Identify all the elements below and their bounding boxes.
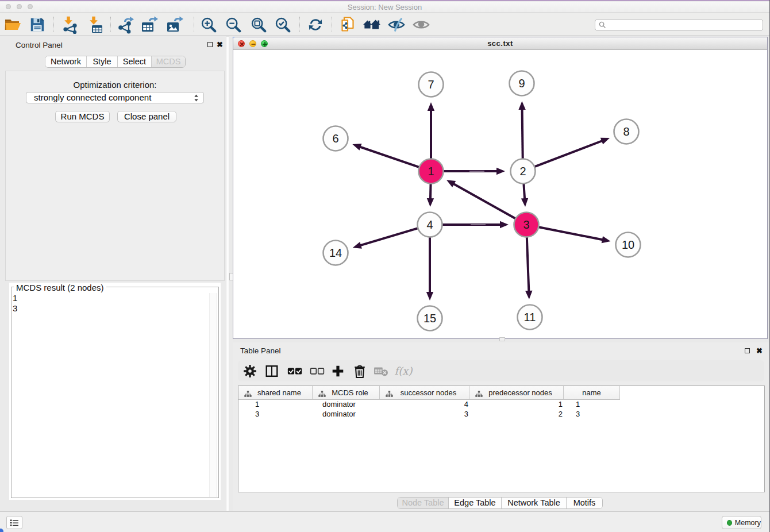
graph-edge-3-11[interactable] xyxy=(525,236,532,299)
graph-node-10[interactable]: 10 xyxy=(616,233,641,257)
table-tabs: Node TableEdge TableNetwork TableMotifs xyxy=(397,497,603,509)
table-cell[interactable]: 3 xyxy=(564,410,620,419)
mcds-result-values[interactable]: 1 3 xyxy=(13,293,17,313)
unselect-all-button[interactable] xyxy=(307,361,327,380)
table-cell[interactable]: 3 xyxy=(238,410,313,419)
table-cell[interactable]: 4 xyxy=(380,400,469,410)
show-columns-button[interactable] xyxy=(262,361,282,380)
hide-graphics-details-button[interactable] xyxy=(386,15,407,34)
table-float-panel-icon[interactable] xyxy=(745,348,750,353)
create-column-button[interactable] xyxy=(328,361,348,380)
control-panel-title: Control Panel xyxy=(16,41,63,49)
tab-style[interactable]: Style xyxy=(87,56,118,67)
zoom-in-button[interactable] xyxy=(198,15,219,34)
show-graphics-details-button[interactable] xyxy=(411,15,432,34)
export-image-button[interactable] xyxy=(165,15,186,34)
graph-edge-2-8[interactable] xyxy=(534,138,610,167)
save-session-button[interactable] xyxy=(27,15,48,34)
table-toolbar: f(x) xyxy=(238,360,764,381)
graph-node-15[interactable]: 15 xyxy=(418,306,442,331)
graph-node-2[interactable]: 2 xyxy=(511,159,536,184)
graph-edge-2-9[interactable] xyxy=(518,101,525,160)
graph-edge-4-14[interactable] xyxy=(353,228,419,249)
graph-edge-1-4[interactable] xyxy=(427,183,434,207)
graph-node-11[interactable]: 11 xyxy=(518,305,542,330)
network-window-titlebar[interactable]: scc.txt xyxy=(233,37,767,50)
tab-node-table[interactable]: Node Table xyxy=(398,498,449,508)
graph-node-8[interactable]: 8 xyxy=(614,119,639,144)
table-cell[interactable]: 1 xyxy=(238,400,313,410)
table-row-2[interactable]: 3dominator323 xyxy=(238,410,620,419)
graph-node-9[interactable]: 9 xyxy=(510,71,534,96)
function-builder-button[interactable]: f(x) xyxy=(394,361,413,380)
graph-node-14[interactable]: 14 xyxy=(324,241,348,265)
cytoscape-app-window: Session: New Session Control Panel ✖ Net… xyxy=(0,0,770,532)
graph-node-4[interactable]: 4 xyxy=(418,213,442,237)
import-network-button[interactable] xyxy=(60,15,80,34)
control-panel-tabs: NetworkStyleSelectMCDS xyxy=(45,56,186,68)
column-header-predecessor-nodes[interactable]: predecessor nodes xyxy=(469,386,564,400)
column-header-shared-name[interactable]: shared name xyxy=(238,386,313,400)
criterion-select[interactable]: strongly connected component xyxy=(26,92,204,103)
open-session-button[interactable] xyxy=(2,15,23,34)
close-panel-icon[interactable]: ✖ xyxy=(217,41,223,48)
graph-node-3[interactable]: 3 xyxy=(514,213,539,237)
table-cell[interactable]: 1 xyxy=(564,400,620,410)
node-table[interactable]: shared nameMCDS rolesuccessor nodesprede… xyxy=(238,385,765,492)
zoom-selected-button[interactable] xyxy=(272,15,293,34)
graph-edge-1-7[interactable] xyxy=(428,102,434,160)
graph-node-7[interactable]: 7 xyxy=(419,72,444,97)
vertical-split-divider[interactable] xyxy=(226,36,233,511)
tab-select[interactable]: Select xyxy=(118,56,152,67)
session-networks-button[interactable] xyxy=(337,15,358,34)
table-cell[interactable]: 3 xyxy=(380,410,469,419)
tab-edge-table[interactable]: Edge Table xyxy=(449,498,502,508)
graph-edge-4-15[interactable] xyxy=(426,237,433,301)
graph-edge-3-10[interactable] xyxy=(538,227,610,243)
zoom-fit-button[interactable] xyxy=(248,15,269,34)
delete-column-button[interactable] xyxy=(350,361,369,380)
network-graph[interactable]: 1234678910111415 xyxy=(233,50,767,338)
graph-node-6[interactable]: 6 xyxy=(324,126,348,151)
network-canvas[interactable]: 1234678910111415 xyxy=(233,50,767,338)
result-scrollbar[interactable] xyxy=(209,293,217,497)
tab-motifs[interactable]: Motifs xyxy=(567,498,602,508)
table-close-panel-icon[interactable]: ✖ xyxy=(756,348,763,354)
export-network-button[interactable] xyxy=(116,15,136,34)
search-box[interactable] xyxy=(595,19,763,31)
mac-titlebar[interactable]: Session: New Session xyxy=(0,2,769,13)
tab-network-table[interactable]: Network Table xyxy=(502,498,567,508)
task-history-button[interactable] xyxy=(6,516,22,529)
graph-node-1[interactable]: 1 xyxy=(419,159,444,184)
table-cell[interactable]: 2 xyxy=(469,410,564,419)
search-input[interactable] xyxy=(609,21,763,29)
tab-network[interactable]: Network xyxy=(45,56,87,67)
import-table-button[interactable] xyxy=(85,15,106,34)
network-window[interactable]: scc.txt 1234678910111415 xyxy=(233,37,768,339)
graph-edge-1-6[interactable] xyxy=(352,144,419,167)
tab-mcds[interactable]: MCDS xyxy=(152,56,185,67)
graph-edge-3-1[interactable] xyxy=(446,180,516,219)
graph-edge-2-3[interactable] xyxy=(521,183,528,207)
horizontal-split-grip[interactable] xyxy=(499,337,505,341)
column-header-MCDS-role[interactable]: MCDS role xyxy=(313,386,380,400)
close-panel-button[interactable]: Close panel xyxy=(117,111,176,122)
zoom-out-button[interactable] xyxy=(223,15,244,34)
table-cell[interactable]: dominator xyxy=(313,410,380,419)
destroy-table-button[interactable] xyxy=(371,361,391,380)
memory-button[interactable]: Memory xyxy=(722,516,761,529)
run-mcds-button[interactable]: Run MCDS xyxy=(55,111,110,122)
table-cell[interactable]: 1 xyxy=(469,400,564,410)
table-cell[interactable]: dominator xyxy=(313,400,380,410)
column-header-successor-nodes[interactable]: successor nodes xyxy=(380,386,469,400)
reset-views-button[interactable] xyxy=(361,15,382,34)
table-row-1[interactable]: 1dominator411 xyxy=(238,400,620,410)
float-panel-icon[interactable] xyxy=(207,42,213,47)
memory-label: Memory xyxy=(735,519,761,527)
export-table-button[interactable] xyxy=(140,15,160,34)
zoom-out-icon xyxy=(225,16,242,33)
column-header-name[interactable]: name xyxy=(564,386,620,400)
table-settings-button[interactable] xyxy=(240,361,260,380)
select-all-button[interactable] xyxy=(285,361,305,380)
apply-layout-button[interactable] xyxy=(305,15,326,34)
